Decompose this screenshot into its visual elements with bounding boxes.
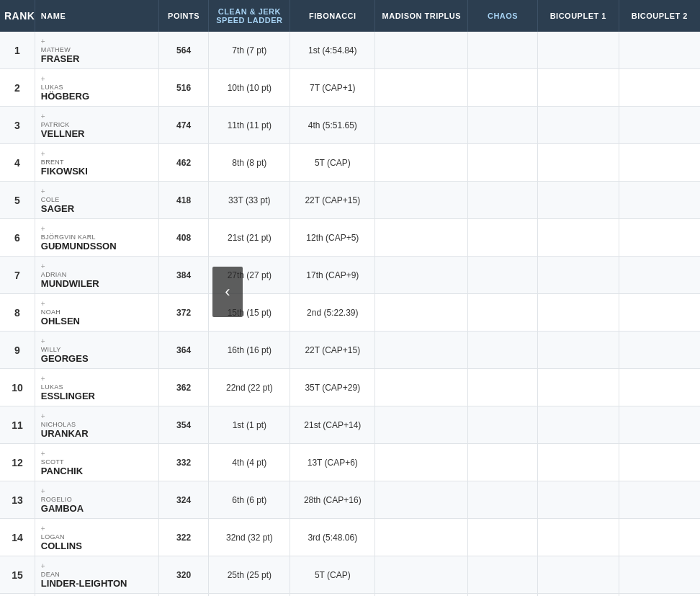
back-arrow-button[interactable]: ‹ bbox=[212, 267, 243, 317]
cell-rank: 6 bbox=[0, 219, 35, 257]
cell-fibonacci: 7T (CAP+1) bbox=[290, 69, 375, 107]
cell-madison bbox=[375, 369, 468, 406]
cell-name[interactable]: +WILLYGEORGES bbox=[35, 332, 158, 369]
cell-name[interactable]: +BRENTFIKOWSKI bbox=[35, 144, 158, 182]
cell-bicouplet1 bbox=[537, 406, 619, 444]
cell-cjsl: 32nd (32 pt) bbox=[209, 519, 290, 556]
cell-bicouplet2 bbox=[619, 519, 700, 556]
table-row: 4+BRENTFIKOWSKI4628th (8 pt)5T (CAP) bbox=[0, 144, 700, 182]
cell-points: 462 bbox=[158, 144, 209, 182]
expand-icon[interactable]: + bbox=[41, 450, 45, 458]
cell-fibonacci: 21st (CAP+14) bbox=[290, 406, 375, 444]
expand-icon[interactable]: + bbox=[41, 262, 45, 270]
cell-name[interactable]: +NICHOLASURANKAR bbox=[35, 406, 158, 444]
cell-points: 516 bbox=[158, 69, 209, 107]
table-row: 5+COLESAGER41833T (33 pt)22T (CAP+15) bbox=[0, 182, 700, 219]
cell-rank: 5 bbox=[0, 182, 35, 219]
cell-chaos bbox=[468, 294, 538, 332]
cell-bicouplet1 bbox=[537, 594, 619, 597]
cell-chaos bbox=[468, 32, 538, 69]
athlete-first-name: DEAN bbox=[41, 571, 154, 578]
cell-chaos bbox=[468, 107, 538, 144]
cell-madison bbox=[375, 556, 468, 594]
cell-bicouplet2 bbox=[619, 107, 700, 144]
athlete-last-name: GAMBOA bbox=[41, 503, 154, 514]
cell-name[interactable]: +BJÖRGVIN KARLGUÐMUNDSSON bbox=[35, 219, 158, 257]
cell-name[interactable]: +ROGELIOGAMBOA bbox=[35, 481, 158, 519]
table-row: 6+BJÖRGVIN KARLGUÐMUNDSSON40821st (21 pt… bbox=[0, 219, 700, 257]
expand-icon[interactable]: + bbox=[41, 412, 45, 420]
athlete-last-name: URANKAR bbox=[41, 428, 154, 439]
expand-icon[interactable]: + bbox=[41, 375, 45, 383]
cell-chaos bbox=[468, 556, 538, 594]
cell-madison bbox=[375, 69, 468, 107]
table-row: 3+PATRICKVELLNER47411th (11 pt)4th (5:51… bbox=[0, 107, 700, 144]
cell-name[interactable]: +DEANLINDER-LEIGHTON bbox=[35, 556, 158, 594]
cell-bicouplet1 bbox=[537, 369, 619, 406]
cell-rank: 10 bbox=[0, 369, 35, 406]
cell-rank: 11 bbox=[0, 406, 35, 444]
cell-fibonacci: 17th (CAP+9) bbox=[290, 257, 375, 294]
cell-bicouplet2 bbox=[619, 444, 700, 481]
cell-rank: 12 bbox=[0, 444, 35, 481]
cell-fibonacci: 30th (CAP+18) bbox=[290, 594, 375, 597]
table-row: 14+LOGANCOLLINS32232nd (32 pt)3rd (5:48.… bbox=[0, 519, 700, 556]
expand-icon[interactable]: + bbox=[41, 150, 45, 158]
cell-name[interactable]: +MATHEWFRASER bbox=[35, 32, 158, 69]
cell-rank: 8 bbox=[0, 294, 35, 332]
cell-points: 320 bbox=[158, 556, 209, 594]
cell-name[interactable]: +LUKASHÖGBERG bbox=[35, 69, 158, 107]
cell-madison bbox=[375, 257, 468, 294]
cell-rank: 9 bbox=[0, 332, 35, 369]
cell-points: 564 bbox=[158, 32, 209, 69]
cell-name[interactable]: +LUKASESSLINGER bbox=[35, 369, 158, 406]
cell-cjsl: 6th (6 pt) bbox=[209, 481, 290, 519]
cell-points: 306 bbox=[158, 594, 209, 597]
expand-icon[interactable]: + bbox=[41, 112, 45, 120]
athlete-last-name: OHLSEN bbox=[41, 316, 154, 326]
athlete-last-name: LINDER-LEIGHTON bbox=[41, 578, 154, 589]
expand-icon[interactable]: + bbox=[41, 187, 45, 195]
athlete-first-name: LOGAN bbox=[41, 533, 154, 541]
cell-madison bbox=[375, 444, 468, 481]
athlete-first-name: NICHOLAS bbox=[41, 421, 154, 428]
cell-name[interactable]: +NOAHOHLSEN bbox=[35, 294, 158, 332]
expand-icon[interactable]: + bbox=[41, 525, 45, 533]
cell-madison bbox=[375, 219, 468, 257]
cell-name[interactable]: +ADRIANMUNDWILER bbox=[35, 257, 158, 294]
cell-bicouplet1 bbox=[537, 556, 619, 594]
expand-icon[interactable]: + bbox=[41, 487, 45, 495]
col-header-madison: MADISON TRIPLUS bbox=[375, 0, 468, 32]
expand-icon[interactable]: + bbox=[41, 337, 45, 345]
cell-chaos bbox=[468, 332, 538, 369]
expand-icon[interactable]: + bbox=[41, 75, 45, 83]
expand-icon[interactable]: + bbox=[41, 562, 45, 570]
expand-icon[interactable]: + bbox=[41, 300, 45, 308]
athlete-first-name: WILLY bbox=[41, 346, 154, 353]
cell-rank: 16 bbox=[0, 594, 35, 597]
cell-name[interactable]: +COLESAGER bbox=[35, 182, 158, 219]
athlete-first-name: MATHEW bbox=[41, 46, 154, 53]
col-header-points: POINTS bbox=[158, 0, 209, 32]
cell-madison bbox=[375, 182, 468, 219]
cell-madison bbox=[375, 519, 468, 556]
expand-icon[interactable]: + bbox=[41, 37, 45, 45]
athlete-last-name: VELLNER bbox=[41, 128, 154, 139]
col-header-bicouplet2: BICOUPLET 2 bbox=[619, 0, 700, 32]
cell-name[interactable]: +LOGANCOLLINS bbox=[35, 519, 158, 556]
cell-name[interactable]: +PATRICKVELLNER bbox=[35, 107, 158, 144]
cell-rank: 4 bbox=[0, 144, 35, 182]
table-row: 15+DEANLINDER-LEIGHTON32025th (25 pt)5T … bbox=[0, 556, 700, 594]
cell-name[interactable]: +JAMESNEWBURY bbox=[35, 594, 158, 597]
cell-name[interactable]: +SCOTTPANCHIK bbox=[35, 444, 158, 481]
cell-fibonacci: 2nd (5:22.39) bbox=[290, 294, 375, 332]
col-header-cjsl: CLEAN & JERK SPEED LADDER bbox=[209, 0, 290, 32]
cell-bicouplet1 bbox=[537, 144, 619, 182]
table-row: 10+LUKASESSLINGER36222nd (22 pt)35T (CAP… bbox=[0, 369, 700, 406]
cell-cjsl: 11th (11 pt) bbox=[209, 107, 290, 144]
expand-icon[interactable]: + bbox=[41, 225, 45, 233]
athlete-last-name: GEORGES bbox=[41, 353, 154, 364]
col-header-bicouplet1: BICOUPLET 1 bbox=[537, 0, 619, 32]
cell-bicouplet2 bbox=[619, 369, 700, 406]
cell-bicouplet2 bbox=[619, 219, 700, 257]
